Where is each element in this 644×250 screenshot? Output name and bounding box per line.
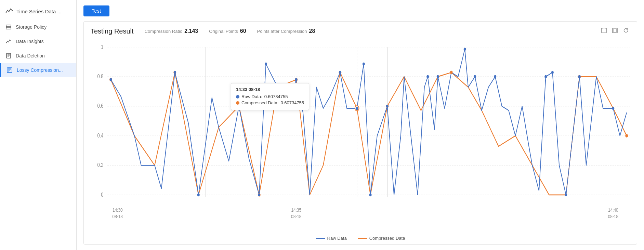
svg-point-51: [339, 71, 341, 74]
svg-point-42: [450, 71, 453, 74]
svg-point-50: [295, 78, 298, 81]
svg-point-57: [464, 48, 466, 51]
svg-point-59: [494, 75, 496, 78]
sidebar-title[interactable]: Time Series Data ...: [0, 3, 76, 20]
main-content: Test Testing Result Compression Ratio 2.…: [77, 0, 644, 250]
expand-icon[interactable]: [600, 26, 608, 36]
legend-compressed: Compressed Data: [358, 236, 405, 241]
svg-text:08-18: 08-18: [608, 214, 618, 220]
original-points-stat: Original Points 60: [209, 28, 246, 34]
points-after-stat: Points after Compression 28: [257, 28, 315, 34]
chart-legend: Raw Data Compressed Data: [84, 233, 637, 244]
topbar: Test: [83, 5, 637, 16]
svg-point-58: [474, 75, 476, 78]
svg-point-54: [386, 105, 389, 108]
line-chart: 1 0.8 0.6 0.4 0.2 0 14:30 08-18 14:35 08…: [87, 39, 633, 233]
svg-text:0.4: 0.4: [97, 133, 104, 139]
svg-text:14:35: 14:35: [291, 207, 301, 213]
compression-ratio-stat: Compression Ratio 2.143: [145, 28, 198, 34]
sidebar-item-data-deletion-label: Data Deletion: [16, 53, 45, 58]
chart-container: Testing Result Compression Ratio 2.143 O…: [83, 21, 637, 245]
svg-point-49: [265, 63, 267, 66]
original-points-label: Original Points: [209, 29, 238, 34]
legend-compressed-label: Compressed Data: [369, 236, 405, 241]
legend-raw-label: Raw Data: [327, 236, 347, 241]
chart-header: Testing Result Compression Ratio 2.143 O…: [84, 22, 637, 39]
insights-icon: [5, 38, 12, 44]
sidebar-item-lossy-compression-label: Lossy Compression...: [17, 67, 63, 73]
compression-ratio-value: 2.143: [184, 28, 198, 34]
svg-point-67: [356, 107, 358, 110]
svg-point-47: [197, 194, 200, 197]
svg-point-61: [551, 71, 554, 74]
svg-point-44: [625, 134, 628, 137]
svg-point-52: [363, 63, 365, 66]
svg-text:08-18: 08-18: [113, 214, 123, 220]
sidebar-item-data-insights-label: Data Insights: [16, 39, 44, 44]
original-points-value: 60: [240, 28, 246, 34]
refresh-icon[interactable]: [622, 26, 630, 36]
svg-rect-13: [602, 28, 606, 33]
svg-point-45: [110, 78, 112, 81]
chart-title: Testing Result: [91, 27, 134, 35]
sidebar-item-storage-policy[interactable]: Storage Policy: [0, 20, 76, 34]
legend-raw-line: [316, 238, 325, 239]
points-after-value: 28: [309, 28, 315, 34]
svg-rect-8: [7, 68, 12, 73]
svg-point-63: [578, 75, 581, 78]
svg-rect-1: [6, 25, 11, 29]
sidebar-item-data-deletion[interactable]: Data Deletion: [0, 49, 76, 63]
svg-point-62: [565, 194, 567, 197]
sidebar-item-lossy-compression[interactable]: Lossy Compression...: [0, 63, 76, 77]
storage-icon: [5, 24, 12, 30]
svg-point-0: [12, 10, 13, 11]
legend-compressed-line: [358, 238, 367, 239]
svg-point-64: [612, 107, 614, 110]
chart-body: 1 0.8 0.6 0.4 0.2 0 14:30 08-18 14:35 08…: [84, 39, 637, 233]
svg-point-53: [369, 194, 372, 197]
svg-text:0.6: 0.6: [97, 103, 104, 109]
svg-point-55: [426, 75, 429, 78]
sidebar-item-data-insights[interactable]: Data Insights: [0, 34, 76, 49]
sidebar-item-storage-label: Storage Policy: [16, 24, 47, 30]
svg-text:1: 1: [101, 44, 103, 50]
compression-icon: [6, 67, 13, 73]
sidebar-title-text: Time Series Data ...: [16, 9, 62, 14]
svg-point-46: [174, 71, 176, 74]
points-after-label: Points after Compression: [257, 29, 307, 34]
chart-icons: [600, 26, 630, 36]
svg-text:08-18: 08-18: [291, 214, 301, 220]
deletion-icon: [5, 53, 12, 59]
svg-point-60: [544, 75, 547, 78]
svg-text:14:40: 14:40: [608, 207, 618, 213]
svg-point-48: [258, 194, 260, 197]
legend-raw: Raw Data: [316, 236, 347, 241]
sidebar: Time Series Data ... Storage Policy Data…: [0, 0, 77, 250]
fullscreen-icon[interactable]: [611, 26, 619, 36]
svg-point-56: [437, 75, 439, 78]
svg-text:0.8: 0.8: [97, 74, 104, 80]
svg-text:0: 0: [101, 192, 103, 198]
test-button[interactable]: Test: [83, 5, 109, 16]
timeseries-icon: [5, 8, 13, 15]
compression-ratio-label: Compression Ratio: [145, 29, 183, 34]
svg-rect-15: [613, 29, 617, 32]
svg-text:0.2: 0.2: [97, 162, 104, 168]
svg-text:14:30: 14:30: [113, 207, 123, 213]
